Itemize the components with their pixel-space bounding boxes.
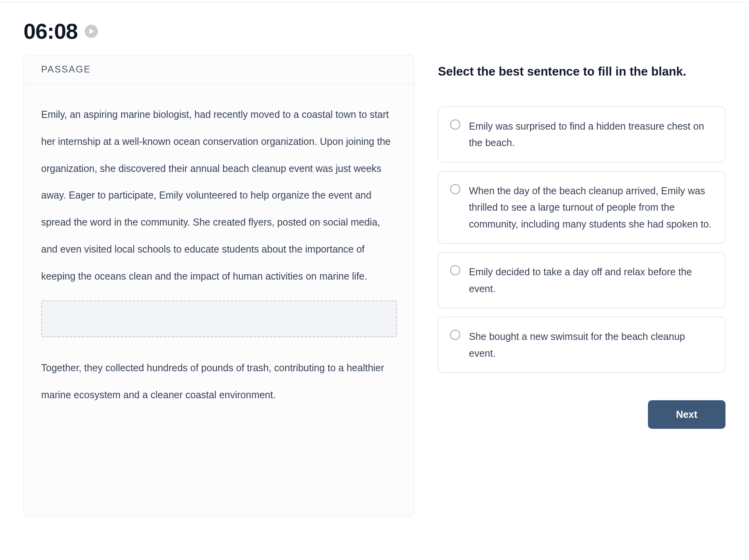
timer-row: 06:08 [24, 18, 725, 44]
option-text: She bought a new swimsuit for the beach … [469, 328, 713, 361]
option-4[interactable]: She bought a new swimsuit for the beach … [438, 317, 725, 373]
timer-display: 06:08 [24, 18, 78, 44]
passage-body: Emily, an aspiring marine biologist, had… [24, 84, 414, 432]
radio-icon [450, 184, 460, 194]
option-text: Emily was surprised to find a hidden tre… [469, 118, 713, 151]
passage-header: PASSAGE [24, 55, 414, 84]
radio-icon [450, 330, 460, 340]
question-column: Select the best sentence to fill in the … [438, 55, 725, 429]
passage-paragraph-1: Emily, an aspiring marine biologist, had… [41, 101, 397, 289]
option-1[interactable]: Emily was surprised to find a hidden tre… [438, 107, 725, 163]
next-button[interactable]: Next [648, 400, 725, 429]
option-text: Emily decided to take a day off and rela… [469, 264, 713, 297]
option-text: When the day of the beach cleanup arrive… [469, 182, 713, 233]
options-list: Emily was surprised to find a hidden tre… [438, 107, 725, 373]
radio-icon [450, 265, 460, 275]
question-prompt: Select the best sentence to fill in the … [438, 62, 725, 81]
main-container: 06:08 PASSAGE Emily, an aspiring marine … [0, 3, 749, 540]
fill-blank-box [41, 300, 397, 337]
button-row: Next [438, 400, 725, 429]
content-row: PASSAGE Emily, an aspiring marine biolog… [24, 55, 725, 517]
radio-icon [450, 119, 460, 130]
passage-card: PASSAGE Emily, an aspiring marine biolog… [24, 55, 414, 517]
play-button[interactable] [85, 25, 98, 38]
option-3[interactable]: Emily decided to take a day off and rela… [438, 252, 725, 308]
option-2[interactable]: When the day of the beach cleanup arrive… [438, 171, 725, 244]
play-icon [89, 29, 94, 34]
passage-paragraph-2: Together, they collected hundreds of pou… [41, 354, 397, 408]
